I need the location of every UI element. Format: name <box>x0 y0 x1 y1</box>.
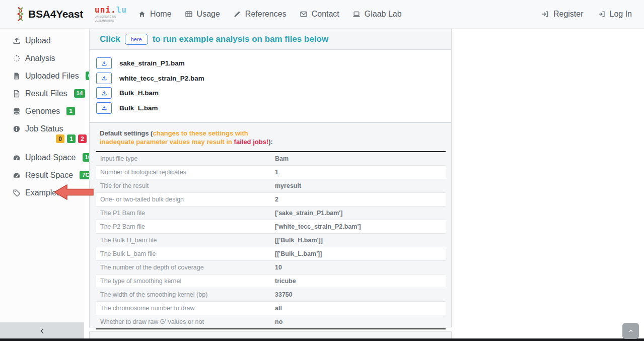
sidebar-item-analysis[interactable]: Analysis <box>0 49 85 67</box>
nav-link-home[interactable]: Home <box>138 10 172 19</box>
file-outline-icon <box>13 90 21 98</box>
table-row: The P1 Bam file['sake_strain_P1.bam'] <box>96 206 446 220</box>
setting-label: The P2 Bam file <box>96 220 271 233</box>
gauge-icon <box>13 154 21 162</box>
settings-heading-dark: ): <box>268 138 273 146</box>
register-label: Register <box>553 10 584 19</box>
register-link[interactable]: Register <box>541 10 584 19</box>
download-button[interactable] <box>96 87 112 99</box>
table-row: One- or two-tailed bulk design2 <box>96 192 446 206</box>
setting-value: 1 <box>271 165 446 179</box>
sidebar-item-upload[interactable]: Upload <box>0 32 85 49</box>
file-name: Bulk_L.bam <box>119 104 158 112</box>
sidebar-item-label: Job Status <box>25 124 63 133</box>
auth-links: Register Log In <box>541 10 632 19</box>
list-item: white_tecc_strain_P2.bam <box>96 71 451 86</box>
sidebar-item-label: Analysis <box>25 54 55 63</box>
list-item: sake_strain_P1.bam <box>96 56 451 71</box>
login-link[interactable]: Log In <box>598 10 632 19</box>
setting-label: Number of biological replicates <box>96 165 271 179</box>
unilu-logo[interactable]: uni.lu UNIVERSITÉ DU LUXEMBOURG <box>95 6 127 22</box>
setting-value: myresult <box>271 179 446 192</box>
brand-name: BSA4Yeast <box>28 8 83 20</box>
nav-link-label: Glaab Lab <box>365 10 402 19</box>
sidebar-item-result-files[interactable]: Result Files14 <box>0 85 85 102</box>
nav-link-label: Home <box>150 10 172 19</box>
table-row: The Bulk L_bam file[['Bulk_L.bam']] <box>96 247 446 260</box>
sidebar-item-label: Genomes <box>25 107 60 116</box>
login-label: Log In <box>610 10 632 19</box>
table-row: The P2 Bam file['white_tecc_strain_P2.ba… <box>96 220 446 233</box>
nav-link-usage[interactable]: Usage <box>185 10 220 19</box>
sign-in-icon <box>598 10 606 18</box>
unilu-caption-line1: UNIVERSITÉ DU <box>95 16 127 18</box>
download-icon <box>101 75 107 81</box>
home-icon <box>138 10 146 18</box>
table-row: Title for the resultmyresult <box>96 179 446 192</box>
database-icon <box>13 107 21 115</box>
setting-value: [['Bulk_H.bam']] <box>271 233 446 247</box>
spinner-icon <box>13 54 21 62</box>
setting-label: The number of the depth of coverage <box>96 260 271 274</box>
laptop-icon <box>352 10 361 18</box>
sidebar: Upload Analysis Uploaded Files6 Result F… <box>0 29 85 322</box>
download-icon <box>101 90 107 96</box>
genomes-count-badge: 1 <box>66 107 75 116</box>
nav-link-label: Usage <box>197 10 220 19</box>
table-row: Number of biological replicates1 <box>96 165 446 179</box>
file-solid-icon <box>13 72 21 80</box>
sidebar-item-genomes[interactable]: Genomes1 <box>0 102 85 120</box>
setting-value: ['white_tecc_strain_P2.bam'] <box>271 220 446 233</box>
download-icon <box>101 105 107 111</box>
settings-heading-warning: changes to these settings with <box>153 129 248 137</box>
sidebar-item-uploaded-files[interactable]: Uploaded Files6 <box>0 67 85 85</box>
setting-label: The type of smoothing kernel <box>96 274 271 288</box>
default-settings-heading: Default settings (changes to these setti… <box>90 123 451 147</box>
settings-heading-danger: failed jobs! <box>234 138 269 146</box>
table-row: The width of the smoothing kernel (bp)33… <box>96 288 446 301</box>
chevron-up-icon <box>628 328 634 334</box>
scroll-to-top-button[interactable] <box>622 323 639 339</box>
nav-link-references[interactable]: References <box>233 10 287 19</box>
setting-value: tricube <box>271 274 446 288</box>
jobs-failed-badge[interactable]: 2 <box>78 134 87 143</box>
setting-label: The Bulk L_bam file <box>96 247 271 260</box>
sidebar-item-result-space[interactable]: Result Space7G <box>0 166 85 184</box>
brand[interactable]: BSA4Yeast <box>15 7 83 22</box>
file-name: white_tecc_strain_P2.bam <box>119 75 204 82</box>
table-icon <box>185 10 193 18</box>
download-button[interactable] <box>96 57 112 69</box>
table-row: The number of the depth of coverage10 <box>96 260 446 274</box>
setting-value: 33750 <box>271 288 446 301</box>
setting-value: [['Bulk_L.bam']] <box>271 247 446 260</box>
here-button[interactable]: here <box>125 34 148 45</box>
setting-value: no <box>271 315 446 329</box>
table-row: The chromosome number to drawall <box>96 301 446 315</box>
job-status-badges: 0 1 2 <box>0 134 87 145</box>
file-name: Bulk_H.bam <box>119 89 159 97</box>
download-button[interactable] <box>96 102 112 114</box>
download-button[interactable] <box>96 73 112 84</box>
nav-link-label: Contact <box>312 10 339 19</box>
setting-value: ['sake_strain_P1.bam'] <box>271 206 446 220</box>
sidebar-item-upload-space[interactable]: Upload Space10G <box>0 149 85 166</box>
setting-label: The P1 Bam file <box>96 206 271 220</box>
result-files-count-badge: 14 <box>74 89 86 98</box>
setting-value: 10 <box>271 260 446 274</box>
setting-label: One- or two-tailed bulk design <box>96 192 271 206</box>
table-row: Input file typeBam <box>96 152 446 166</box>
jobs-running-badge[interactable]: 1 <box>67 134 76 143</box>
nav-link-contact[interactable]: Contact <box>300 10 339 19</box>
setting-label: The Bulk H_bam file <box>96 233 271 247</box>
jobs-pending-badge[interactable]: 0 <box>56 134 64 143</box>
download-icon <box>101 60 107 66</box>
nav-link-glaab-lab[interactable]: Glaab Lab <box>352 10 402 19</box>
sidebar-item-label: Upload <box>25 36 51 45</box>
settings-heading-warning: inadequate parameter values may result i… <box>100 138 234 146</box>
list-item: Bulk_L.bam <box>96 101 451 116</box>
top-navbar: BSA4Yeast uni.lu UNIVERSITÉ DU LUXEMBOUR… <box>0 0 644 29</box>
setting-value: Bam <box>271 152 446 166</box>
sidebar-collapse-button[interactable] <box>0 322 84 339</box>
file-name: sake_strain_P1.bam <box>119 59 185 67</box>
settings-heading-dark: Default settings ( <box>100 129 153 137</box>
